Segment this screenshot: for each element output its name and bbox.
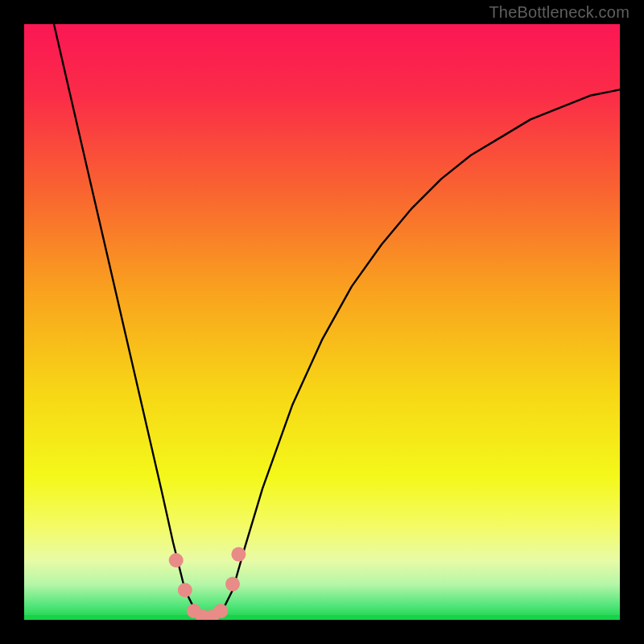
valley-dot [231,547,246,562]
valley-dot [225,577,240,592]
green-baseline-strip [24,615,620,620]
valley-dot [178,583,192,597]
watermark-text: TheBottleneck.com [489,3,630,22]
chart-root: TheBottleneck.com [0,0,644,644]
valley-dot [169,553,184,568]
plot-area [24,24,620,620]
gradient-background [24,24,620,620]
valley-dot [213,604,228,618]
chart-svg [24,24,620,620]
